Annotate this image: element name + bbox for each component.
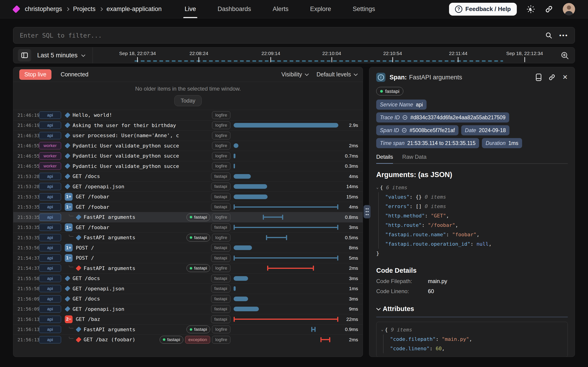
span-message: GET /openapi.json [73, 286, 124, 292]
duration-bar-line [234, 319, 338, 320]
time-range-dropdown[interactable]: Last 5 minutes [37, 52, 84, 59]
tag-logfire: logfire [212, 132, 230, 140]
trace-row[interactable]: 21:46:55workerPydantic User validate_pyt… [13, 141, 363, 151]
breadcrumb: christophergs Projects example-applicati… [25, 6, 162, 13]
trace-row[interactable]: 21:56:09apiGET /docsfastapi3ms [13, 294, 363, 304]
time-range-label: Last 5 minutes [37, 52, 78, 59]
tab-alerts[interactable]: Alerts [273, 0, 288, 18]
toggle-sidebar-button[interactable] [18, 49, 31, 61]
trace-row[interactable]: 21:55:58apiGET /docsfastapi3ms [13, 273, 363, 284]
span-diamond-icon [76, 337, 82, 342]
expand-toggle-badge[interactable]: 1+ [65, 244, 73, 252]
trace-row-main: GET /openapi.json [65, 306, 211, 312]
feedback-help-button[interactable]: ? Feedback / Help [449, 3, 517, 16]
trace-row[interactable]: 21:53:35api1−GET /foobarfastapi3ms [13, 222, 363, 233]
timeline-track[interactable]: Sep 18, 22:07:3422:08:2422:09:1422:10:04… [128, 48, 554, 63]
trace-row[interactable]: 21:46:19apiHello, world!logfire [13, 110, 363, 120]
duration-label: 3ms [342, 276, 363, 281]
trace-row[interactable]: 21:46:55workerPydantic User validate_pyt… [13, 151, 363, 161]
breadcrumb-projects[interactable]: Projects [73, 6, 95, 13]
trace-row[interactable]: 21:46:55workerPydantic User validate_pyt… [13, 161, 363, 171]
trace-timestamp: 21:56:13 [13, 337, 39, 342]
span-diamond-icon [76, 327, 82, 332]
trace-timestamp: 21:53:33 [13, 194, 39, 200]
user-avatar[interactable] [563, 3, 575, 15]
trace-row[interactable]: 21:55:58apiGET /openapi.jsonfastapi1ms [13, 284, 363, 294]
visibility-dropdown[interactable]: Visibility [281, 71, 308, 78]
link-icon[interactable] [402, 115, 407, 120]
tag-fastapi: fastapi [211, 223, 230, 231]
logfire-logo-icon[interactable] [12, 5, 20, 13]
share-link-button[interactable] [545, 5, 553, 13]
timeline-tick-mark [392, 57, 393, 62]
trace-row[interactable]: 21:46:33apiuser processed: User(name='An… [13, 130, 363, 141]
trace-timestamp: 21:56:13 [13, 327, 39, 332]
expand-toggle-badge[interactable]: 1− [65, 223, 73, 231]
main-area: Stop live Connected Visibility Default l… [13, 67, 575, 357]
attributes-json-view: ⌄{ 9 items"code.filepath": "main.py","co… [376, 322, 568, 357]
detail-tab-raw-data[interactable]: Raw Data [402, 154, 426, 163]
trace-row-tags: fastapi [211, 275, 233, 282]
trace-row[interactable]: 21:53:35apiFastAPI argumentsfastapilogfi… [13, 212, 363, 222]
json-token: : [422, 222, 428, 228]
duration-bar [263, 215, 283, 220]
default-levels-dropdown[interactable]: Default levels [317, 71, 357, 78]
today-button[interactable]: Today [174, 95, 201, 106]
attributes-heading[interactable]: Attributes [376, 305, 568, 313]
panel-resize-handle[interactable] [363, 205, 371, 218]
trace-row[interactable]: 21:56:13apiFastAPI argumentsfastapilogfi… [13, 324, 363, 335]
tab-settings[interactable]: Settings [353, 0, 375, 18]
expand-toggle-badge[interactable]: 1− [65, 254, 73, 262]
tab-live[interactable]: Live [185, 0, 196, 18]
expand-toggle-badge[interactable]: 1+ [65, 193, 73, 201]
duration-label: 0.5ms [342, 235, 363, 240]
tag-logfire: logfire [212, 142, 230, 150]
chevron-down-icon [354, 72, 358, 76]
breadcrumb-user[interactable]: christophergs [25, 6, 62, 13]
trace-row[interactable]: 21:53:35api1−GET /foobarfastapi4ms [13, 202, 363, 212]
empty-history-zone: No older items in the selected time wind… [13, 82, 363, 110]
trace-row[interactable]: 21:56:09apiGET /openapi.jsonfastapi9ms [13, 304, 363, 314]
badge-label: Date [465, 127, 476, 133]
expand-toggle-badge[interactable]: 2− [65, 315, 73, 323]
trace-row[interactable]: 21:53:28apiGET /docsfastapi4ms [13, 171, 363, 181]
tab-dashboards[interactable]: Dashboards [217, 0, 251, 18]
arguments-json-view: ⌄{ 6 items"values": {} 0 items"errors": … [376, 183, 568, 258]
timeline-zoom-button[interactable] [561, 51, 569, 60]
detail-tab-details[interactable]: Details [376, 154, 393, 163]
collapse-caret-icon[interactable]: ⌄ [376, 185, 379, 190]
stop-live-button[interactable]: Stop live [19, 69, 52, 80]
close-icon[interactable]: ✕ [562, 74, 568, 81]
span-message: Pydantic User validate_python succe [73, 143, 179, 149]
badge-row: Trace ID#d834c3374dd6fa2e4aa82a55ab21750… [376, 112, 568, 123]
arguments-heading: Arguments: (as JSON) [376, 171, 568, 179]
trace-row[interactable]: 21:56:13api2−GET /bazfastapi22ms [13, 314, 363, 324]
trace-row[interactable]: 21:54:37apiFastAPI argumentsfastapilogfi… [13, 263, 363, 273]
dock-panel-icon[interactable] [536, 74, 541, 81]
link-icon[interactable] [402, 128, 407, 133]
trace-row[interactable]: 21:53:28apiGET /openapi.jsonfastapi14ms [13, 181, 363, 192]
breadcrumb-project-name[interactable]: example-application [107, 6, 162, 13]
json-token: , [442, 346, 445, 351]
copy-link-icon[interactable] [548, 74, 556, 81]
tag-exception: exception [185, 336, 210, 344]
span-diamond-icon [65, 306, 70, 312]
trace-row[interactable]: 21:46:19apiAsking the user for their bir… [13, 120, 363, 131]
trace-row[interactable]: 21:53:35apiFastAPI argumentsfastapilogfi… [13, 232, 363, 243]
badge-value: #5008bce5f7fe21af [409, 127, 455, 133]
more-options-icon[interactable]: ••• [559, 32, 568, 39]
duration-bar [233, 164, 235, 168]
trace-row[interactable]: 21:54:37api1−POST /fastapi5ms [13, 253, 363, 263]
tag-logfire: logfire [212, 111, 230, 119]
search-icon[interactable] [545, 32, 552, 39]
trace-row[interactable]: 21:53:56api1+POST /fastapi8ms [13, 243, 363, 253]
trace-row-tags: logfire [212, 142, 233, 150]
theme-toggle-button[interactable] [527, 5, 535, 14]
trace-row[interactable]: 21:53:33api1+GET /foobarfastapi15ms [13, 192, 363, 202]
span-diamond-icon [65, 275, 70, 281]
trace-row[interactable]: 21:56:13apiGET /baz (foobar)fastapiexcep… [13, 334, 363, 345]
tab-explore[interactable]: Explore [310, 0, 331, 18]
sql-filter-input[interactable] [20, 32, 545, 39]
collapse-caret-icon[interactable]: ⌄ [381, 327, 383, 332]
expand-toggle-badge[interactable]: 1− [65, 203, 73, 211]
